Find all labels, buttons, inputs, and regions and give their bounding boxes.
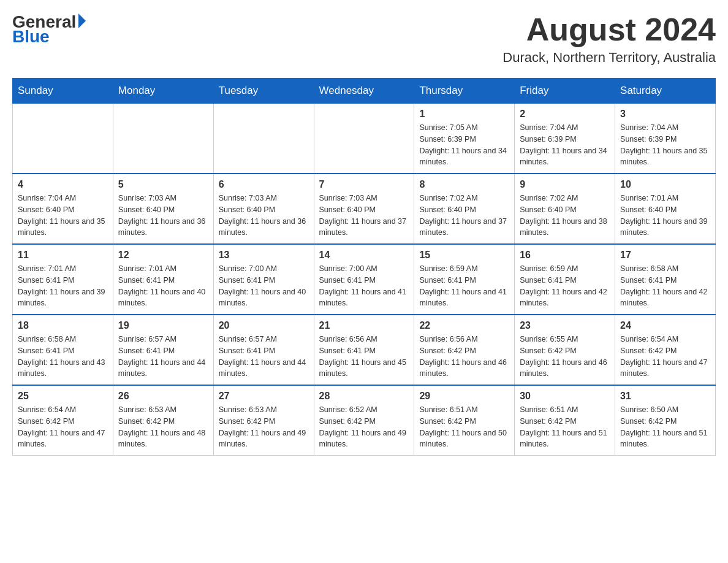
calendar-cell: 23Sunrise: 6:55 AM Sunset: 6:42 PM Dayli… [515, 315, 615, 385]
calendar-cell: 20Sunrise: 6:57 AM Sunset: 6:41 PM Dayli… [213, 315, 314, 385]
day-info: Sunrise: 6:57 AM Sunset: 6:41 PM Dayligh… [219, 334, 309, 380]
day-info: Sunrise: 7:01 AM Sunset: 6:41 PM Dayligh… [118, 263, 208, 309]
day-number: 10 [620, 179, 710, 190]
day-info: Sunrise: 6:50 AM Sunset: 6:42 PM Dayligh… [620, 404, 710, 450]
day-info: Sunrise: 7:00 AM Sunset: 6:41 PM Dayligh… [219, 263, 309, 309]
day-number: 19 [118, 320, 208, 331]
calendar-week-row: 25Sunrise: 6:54 AM Sunset: 6:42 PM Dayli… [13, 385, 716, 456]
day-number: 17 [620, 250, 710, 261]
day-info: Sunrise: 6:51 AM Sunset: 6:42 PM Dayligh… [520, 404, 610, 450]
day-number: 23 [520, 320, 610, 331]
calendar-header-friday: Friday [515, 79, 615, 104]
day-number: 7 [319, 179, 409, 190]
calendar-cell: 5Sunrise: 7:03 AM Sunset: 6:40 PM Daylig… [113, 174, 213, 244]
day-number: 20 [219, 320, 309, 331]
day-info: Sunrise: 6:59 AM Sunset: 6:41 PM Dayligh… [520, 263, 610, 309]
calendar-cell: 31Sunrise: 6:50 AM Sunset: 6:42 PM Dayli… [615, 385, 716, 456]
calendar-header-tuesday: Tuesday [213, 79, 314, 104]
day-info: Sunrise: 6:53 AM Sunset: 6:42 PM Dayligh… [118, 404, 208, 450]
day-number: 22 [419, 320, 509, 331]
day-number: 24 [620, 320, 710, 331]
day-number: 5 [118, 179, 208, 190]
day-number: 18 [18, 320, 108, 331]
day-number: 16 [520, 250, 610, 261]
day-number: 30 [520, 391, 610, 402]
calendar-week-row: 1Sunrise: 7:05 AM Sunset: 6:39 PM Daylig… [13, 104, 716, 174]
calendar-cell: 16Sunrise: 6:59 AM Sunset: 6:41 PM Dayli… [515, 244, 615, 315]
day-number: 25 [18, 391, 108, 402]
calendar-cell: 6Sunrise: 7:03 AM Sunset: 6:40 PM Daylig… [213, 174, 314, 244]
calendar-cell: 11Sunrise: 7:01 AM Sunset: 6:41 PM Dayli… [13, 244, 113, 315]
day-info: Sunrise: 6:53 AM Sunset: 6:42 PM Dayligh… [219, 404, 309, 450]
day-info: Sunrise: 7:05 AM Sunset: 6:39 PM Dayligh… [419, 122, 509, 168]
day-info: Sunrise: 7:03 AM Sunset: 6:40 PM Dayligh… [219, 193, 309, 239]
day-info: Sunrise: 6:56 AM Sunset: 6:41 PM Dayligh… [319, 334, 409, 380]
day-number: 11 [18, 250, 108, 261]
logo: General Blue [12, 12, 86, 47]
calendar-cell: 10Sunrise: 7:01 AM Sunset: 6:40 PM Dayli… [615, 174, 716, 244]
calendar-cell: 19Sunrise: 6:57 AM Sunset: 6:41 PM Dayli… [113, 315, 213, 385]
calendar-cell: 12Sunrise: 7:01 AM Sunset: 6:41 PM Dayli… [113, 244, 213, 315]
calendar-cell [314, 104, 414, 174]
location-subtitle: Durack, Northern Territory, Australia [502, 50, 716, 66]
day-number: 14 [319, 250, 409, 261]
day-info: Sunrise: 7:04 AM Sunset: 6:40 PM Dayligh… [18, 193, 108, 239]
day-number: 9 [520, 179, 610, 190]
day-number: 1 [419, 109, 509, 120]
calendar-cell: 15Sunrise: 6:59 AM Sunset: 6:41 PM Dayli… [414, 244, 515, 315]
calendar-header-monday: Monday [113, 79, 213, 104]
day-info: Sunrise: 6:51 AM Sunset: 6:42 PM Dayligh… [419, 404, 509, 450]
day-number: 6 [219, 179, 309, 190]
calendar-cell: 3Sunrise: 7:04 AM Sunset: 6:39 PM Daylig… [615, 104, 716, 174]
calendar-cell: 14Sunrise: 7:00 AM Sunset: 6:41 PM Dayli… [314, 244, 414, 315]
calendar-week-row: 11Sunrise: 7:01 AM Sunset: 6:41 PM Dayli… [13, 244, 716, 315]
day-info: Sunrise: 6:58 AM Sunset: 6:41 PM Dayligh… [620, 263, 710, 309]
day-info: Sunrise: 7:04 AM Sunset: 6:39 PM Dayligh… [620, 122, 710, 168]
calendar-cell: 22Sunrise: 6:56 AM Sunset: 6:42 PM Dayli… [414, 315, 515, 385]
calendar-cell: 7Sunrise: 7:03 AM Sunset: 6:40 PM Daylig… [314, 174, 414, 244]
day-info: Sunrise: 6:59 AM Sunset: 6:41 PM Dayligh… [419, 263, 509, 309]
calendar-cell: 18Sunrise: 6:58 AM Sunset: 6:41 PM Dayli… [13, 315, 113, 385]
day-number: 29 [419, 391, 509, 402]
calendar-cell: 9Sunrise: 7:02 AM Sunset: 6:40 PM Daylig… [515, 174, 615, 244]
day-info: Sunrise: 6:55 AM Sunset: 6:42 PM Dayligh… [520, 334, 610, 380]
day-number: 15 [419, 250, 509, 261]
title-area: August 2024 Durack, Northern Territory, … [502, 12, 716, 66]
month-title: August 2024 [502, 12, 716, 47]
calendar-cell: 17Sunrise: 6:58 AM Sunset: 6:41 PM Dayli… [615, 244, 716, 315]
calendar-cell: 1Sunrise: 7:05 AM Sunset: 6:39 PM Daylig… [414, 104, 515, 174]
day-number: 4 [18, 179, 108, 190]
calendar-header-thursday: Thursday [414, 79, 515, 104]
day-info: Sunrise: 7:01 AM Sunset: 6:40 PM Dayligh… [620, 193, 710, 239]
calendar-week-row: 4Sunrise: 7:04 AM Sunset: 6:40 PM Daylig… [13, 174, 716, 244]
day-info: Sunrise: 7:04 AM Sunset: 6:39 PM Dayligh… [520, 122, 610, 168]
calendar-cell: 2Sunrise: 7:04 AM Sunset: 6:39 PM Daylig… [515, 104, 615, 174]
calendar-week-row: 18Sunrise: 6:58 AM Sunset: 6:41 PM Dayli… [13, 315, 716, 385]
calendar-header-saturday: Saturday [615, 79, 716, 104]
day-number: 2 [520, 109, 610, 120]
calendar-cell: 26Sunrise: 6:53 AM Sunset: 6:42 PM Dayli… [113, 385, 213, 456]
calendar-cell: 4Sunrise: 7:04 AM Sunset: 6:40 PM Daylig… [13, 174, 113, 244]
calendar-cell: 8Sunrise: 7:02 AM Sunset: 6:40 PM Daylig… [414, 174, 515, 244]
calendar-cell: 27Sunrise: 6:53 AM Sunset: 6:42 PM Dayli… [213, 385, 314, 456]
day-info: Sunrise: 7:03 AM Sunset: 6:40 PM Dayligh… [118, 193, 208, 239]
day-number: 3 [620, 109, 710, 120]
calendar-cell: 13Sunrise: 7:00 AM Sunset: 6:41 PM Dayli… [213, 244, 314, 315]
calendar-header-sunday: Sunday [13, 79, 113, 104]
logo-triangle-icon [78, 13, 86, 28]
page-header: General Blue August 2024 Durack, Norther… [12, 12, 716, 66]
day-info: Sunrise: 6:57 AM Sunset: 6:41 PM Dayligh… [118, 334, 208, 380]
day-number: 26 [118, 391, 208, 402]
day-info: Sunrise: 7:01 AM Sunset: 6:41 PM Dayligh… [18, 263, 108, 309]
calendar-cell: 29Sunrise: 6:51 AM Sunset: 6:42 PM Dayli… [414, 385, 515, 456]
calendar-cell [113, 104, 213, 174]
day-number: 21 [319, 320, 409, 331]
calendar-cell: 24Sunrise: 6:54 AM Sunset: 6:42 PM Dayli… [615, 315, 716, 385]
calendar-table: SundayMondayTuesdayWednesdayThursdayFrid… [12, 78, 716, 456]
logo-blue: Blue [12, 27, 50, 47]
day-number: 13 [219, 250, 309, 261]
calendar-header-row: SundayMondayTuesdayWednesdayThursdayFrid… [13, 79, 716, 104]
calendar-cell [213, 104, 314, 174]
day-info: Sunrise: 6:58 AM Sunset: 6:41 PM Dayligh… [18, 334, 108, 380]
day-info: Sunrise: 7:02 AM Sunset: 6:40 PM Dayligh… [419, 193, 509, 239]
